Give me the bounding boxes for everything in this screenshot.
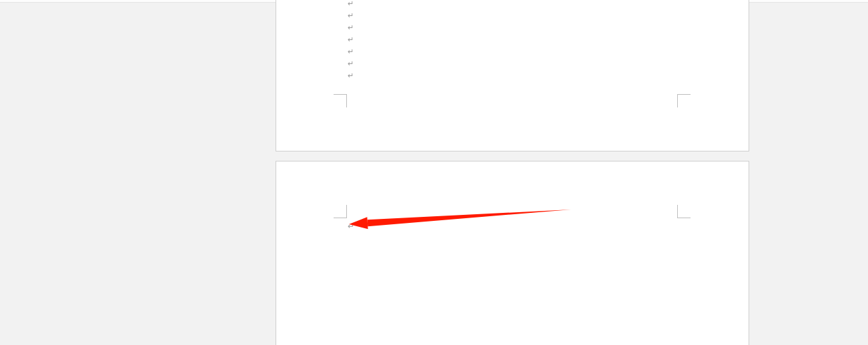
paragraph-mark: ↵ (348, 23, 354, 32)
paragraph-mark: ↵ (348, 71, 354, 80)
paragraph-marks-column: ↵↵↵↵↵↵↵ (348, 0, 354, 80)
page2-margin-corner-top-right (677, 205, 691, 218)
paragraph-mark: ↵ (348, 35, 354, 44)
paragraph-mark: ↵ (348, 47, 354, 56)
document-page-1[interactable]: ↵↵↵↵↵↵↵ (276, 0, 749, 151)
page2-margin-corner-top-left (334, 205, 347, 218)
paragraph-mark: ↵ (348, 11, 354, 20)
paragraph-mark: ↵ (348, 0, 354, 8)
page1-margin-corner-bottom-right (677, 94, 691, 107)
page1-margin-corner-bottom-left (334, 94, 347, 107)
paragraph-mark: ↵ (348, 59, 354, 68)
document-page-2[interactable]: ↵ (276, 161, 749, 345)
document-canvas[interactable]: ↵↵↵↵↵↵↵ ↵ (0, 3, 868, 345)
page2-paragraph-mark: ↵ (348, 222, 354, 231)
